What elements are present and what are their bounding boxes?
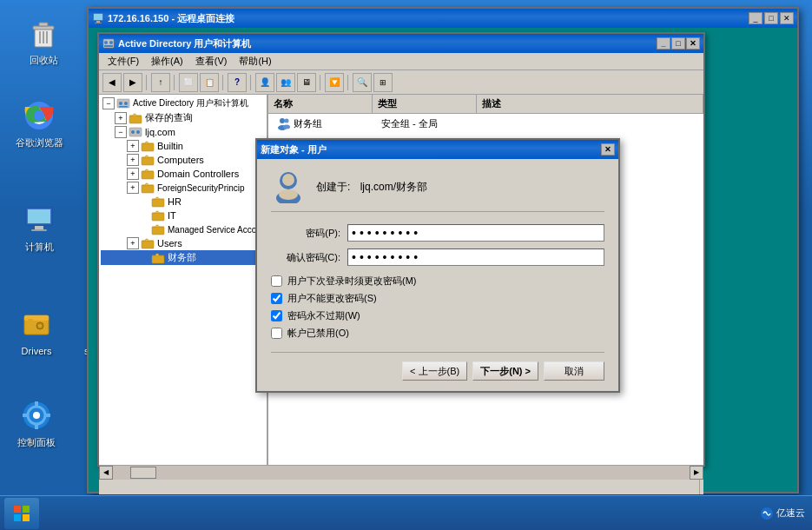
ad-window: Active Directory 用户和计算机 _ □ ✕ 文件(F) 操作(A… <box>97 32 705 467</box>
desktop-icon-controlpanel[interactable]: 控制面板 <box>10 400 63 448</box>
svg-point-8 <box>34 110 44 121</box>
recycle-label: 回收站 <box>30 55 58 65</box>
drivers-icon <box>19 308 54 343</box>
desktop-icon-drivers[interactable]: Drivers <box>10 308 63 357</box>
checkbox-row-2: 用户不能更改密码(S) <box>271 292 604 305</box>
svg-rect-1 <box>33 26 54 30</box>
svg-rect-30 <box>95 23 102 23</box>
svg-rect-12 <box>31 229 47 231</box>
rdp-titlebar: 172.16.16.150 - 远程桌面连接 _ □ ✕ <box>89 9 797 28</box>
svg-rect-15 <box>28 319 33 324</box>
svg-rect-61 <box>23 506 30 513</box>
dialog-titlebar: 新建对象 - 用户 ✕ <box>257 140 618 159</box>
cb-account-disabled[interactable] <box>271 328 282 339</box>
rdp-minimize-btn[interactable]: _ <box>749 12 762 24</box>
confirm-input[interactable] <box>347 248 604 266</box>
chrome-icon <box>22 100 56 135</box>
cb-change-password[interactable] <box>271 275 282 287</box>
dialog-body: 创建于: ljq.com/财务部 密码(P): <box>257 159 618 391</box>
rdp-maximize-btn[interactable]: □ <box>764 12 778 24</box>
svg-rect-2 <box>39 23 48 26</box>
chrome-label: 谷歌浏览器 <box>16 137 63 148</box>
svg-point-58 <box>282 174 294 186</box>
yisucloud-branding: 亿速云 <box>760 507 805 520</box>
dialog-buttons: < 上一步(B) 下一步(N) > 取消 <box>271 352 604 381</box>
cb-never-expires[interactable] <box>271 310 282 321</box>
taskbar-right: 亿速云 <box>760 507 812 520</box>
hscroll-track[interactable] <box>113 466 690 480</box>
computer-label: 计算机 <box>25 242 54 252</box>
yisucloud-icon <box>760 507 774 520</box>
user-avatar <box>271 169 306 204</box>
svg-rect-28 <box>94 14 102 20</box>
hscroll-thumb[interactable] <box>130 467 156 479</box>
dialog-overlay: 新建对象 - 用户 ✕ <box>99 34 703 465</box>
svg-rect-23 <box>35 424 38 429</box>
desktop-icon-chrome[interactable]: 谷歌浏览器 <box>13 100 65 149</box>
svg-point-17 <box>38 324 42 328</box>
created-info: 创建于: ljq.com/财务部 <box>316 180 427 195</box>
svg-rect-63 <box>23 514 30 521</box>
cb-cannot-change-password-label[interactable]: 用户不能更改密码(S) <box>287 292 377 305</box>
desktop: 回收站 谷歌浏览器 计算机 <box>0 0 812 530</box>
confirm-label: 确认密码(C): <box>271 251 340 264</box>
svg-point-59 <box>279 189 298 200</box>
taskbar-left <box>0 498 39 529</box>
rdp-controls: _ □ ✕ <box>749 12 794 24</box>
cancel-button[interactable]: 取消 <box>544 361 604 381</box>
rdp-window: 172.16.16.150 - 远程桌面连接 _ □ ✕ <box>87 7 799 494</box>
password-label: 密码(P): <box>271 227 340 240</box>
svg-rect-60 <box>14 506 21 513</box>
dialog-close-btn[interactable]: ✕ <box>601 143 615 156</box>
taskbar: 亿速云 <box>0 495 812 530</box>
svg-rect-10 <box>28 209 50 223</box>
cb-change-password-label[interactable]: 用户下次登录时须更改密码(M) <box>287 275 417 288</box>
svg-rect-29 <box>96 21 100 23</box>
checkbox-row-3: 密码永不过期(W) <box>271 309 604 322</box>
ad-statusbar <box>99 479 703 494</box>
drivers-label: Drivers <box>22 346 52 356</box>
next-button[interactable]: 下一步(N) > <box>472 361 538 381</box>
cb-never-expires-label[interactable]: 密码永不过期(W) <box>287 309 360 322</box>
status-text <box>102 480 700 494</box>
dialog-title: 新建对象 - 用户 <box>261 143 327 156</box>
new-user-dialog: 新建对象 - 用户 ✕ <box>255 138 620 393</box>
cb-account-disabled-label[interactable]: 帐户已禁用(O) <box>287 327 349 340</box>
rdp-title: 172.16.16.150 - 远程桌面连接 <box>108 12 234 25</box>
dialog-header-info: 创建于: ljq.com/财务部 <box>271 169 604 212</box>
svg-rect-62 <box>14 514 21 521</box>
ad-hscroll: ◀ ▶ <box>99 465 703 479</box>
created-at-value: ljq.com/财务部 <box>360 181 427 193</box>
controlpanel-label: 控制面板 <box>17 437 56 447</box>
checkbox-row-1: 用户下次登录时须更改密码(M) <box>271 275 604 288</box>
hscroll-right-btn[interactable]: ▶ <box>690 466 703 480</box>
computer-icon <box>22 204 56 239</box>
rdp-close-btn[interactable]: ✕ <box>780 12 794 24</box>
start-button[interactable] <box>4 498 39 529</box>
svg-rect-24 <box>23 414 28 417</box>
svg-rect-22 <box>35 401 38 407</box>
svg-rect-11 <box>35 226 43 229</box>
checkbox-row-4: 帐户已禁用(O) <box>271 327 604 340</box>
confirm-row: 确认密码(C): <box>271 248 604 266</box>
user-avatar-icon <box>273 170 304 203</box>
desktop-icon-recycle[interactable]: 回收站 <box>17 17 69 66</box>
cb-cannot-change-password[interactable] <box>271 293 282 304</box>
password-row: 密码(P): <box>271 224 604 242</box>
yisucloud-label: 亿速云 <box>776 507 805 520</box>
rdp-icon <box>92 12 104 24</box>
rdp-content: Active Directory 用户和计算机 _ □ ✕ 文件(F) 操作(A… <box>89 28 797 492</box>
controlpanel-icon <box>19 400 54 434</box>
hscroll-left-btn[interactable]: ◀ <box>99 466 113 480</box>
windows-logo-icon <box>13 505 30 522</box>
back-button[interactable]: < 上一步(B) <box>402 361 467 381</box>
svg-rect-25 <box>45 414 50 417</box>
recycle-icon <box>26 17 61 52</box>
desktop-icon-computer[interactable]: 计算机 <box>13 204 65 253</box>
password-input[interactable] <box>347 224 604 242</box>
created-at-label: 创建于: <box>316 181 350 193</box>
svg-point-26 <box>33 412 40 419</box>
